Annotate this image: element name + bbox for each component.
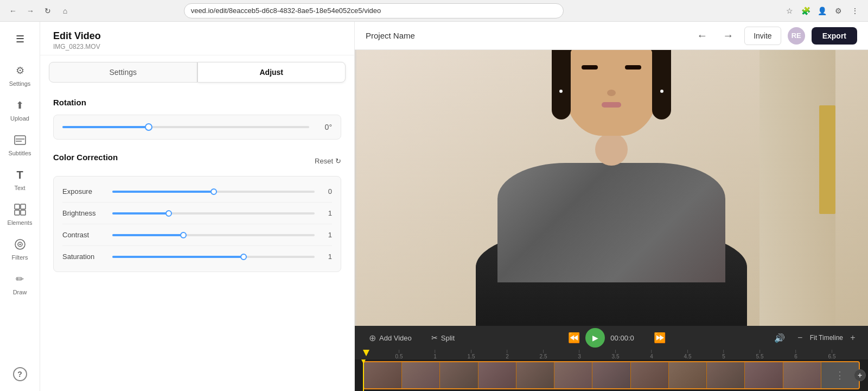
play-icon: ▶ [592, 333, 598, 342]
hamburger-menu-button[interactable]: ☰ [8, 27, 32, 51]
profile-icon[interactable]: 👤 [816, 4, 829, 17]
sidebar-item-text[interactable]: T Text [4, 163, 36, 195]
upload-icon: ⬆ [12, 98, 28, 113]
svg-rect-6 [21, 210, 25, 215]
home-button[interactable]: ⌂ [59, 4, 72, 17]
sidebar-item-upload[interactable]: ⬆ Upload [4, 93, 36, 126]
reset-label: Reset [315, 157, 333, 165]
exposure-label: Exposure [62, 187, 106, 195]
split-icon: ✂ [431, 333, 438, 342]
extensions-icon[interactable]: 🧩 [800, 4, 813, 17]
exposure-slider-track [112, 191, 315, 193]
ruler-mark: 1 [433, 350, 437, 360]
cc-label: Color Correction [53, 153, 118, 162]
ruler-mark: 2.5 [540, 350, 547, 360]
sidebar-item-subtitles[interactable]: Subtitles [4, 128, 36, 161]
sidebar-draw-label: Draw [13, 289, 27, 295]
video-thumb-2 [402, 362, 440, 388]
sidebar-elements-label: Elements [8, 219, 33, 226]
sidebar-subtitles-label: Subtitles [8, 150, 31, 156]
video-thumb-6 [554, 362, 592, 388]
volume-button[interactable]: 🔊 [774, 333, 785, 343]
playhead [363, 360, 364, 391]
undo-button[interactable]: ← [692, 26, 712, 46]
cc-row-exposure: Exposure 0 [62, 181, 332, 203]
svg-rect-3 [15, 204, 20, 209]
exposure-slider-thumb [210, 188, 217, 195]
sidebar-item-settings[interactable]: ⚙ Settings [4, 59, 36, 91]
rotation-slider-track [62, 126, 309, 128]
settings-browser-icon[interactable]: ⚙ [832, 4, 845, 17]
ruler-mark: 1.5 [468, 350, 475, 360]
ruler-mark: 5.5 [756, 350, 764, 360]
panel-header: Edit Video IMG_0823.MOV [40, 22, 354, 55]
rotation-slider-wrap: 0° [53, 115, 341, 140]
forward-button[interactable]: → [24, 4, 37, 17]
video-thumb-7 [592, 362, 630, 388]
fast-forward-button[interactable]: ⏩ [654, 332, 666, 344]
video-thumb-1 [364, 362, 402, 388]
refresh-button[interactable]: ↻ [41, 4, 54, 17]
add-track-button[interactable]: + [854, 369, 866, 381]
playback-controls: ⏪ ▶ 00:00:0 ⏩ [568, 328, 666, 348]
address-bar[interactable]: veed.io/edit/8eacceb5-d6c8-4832-8ae5-18e… [184, 3, 564, 18]
redo-button[interactable]: → [718, 26, 738, 46]
zoom-out-button[interactable]: − [794, 331, 807, 344]
svg-rect-4 [21, 204, 25, 209]
svg-rect-0 [15, 136, 25, 144]
sidebar-item-draw[interactable]: ✏ Draw [4, 267, 36, 300]
rotation-section: Rotation 0° [53, 98, 341, 140]
text-icon: T [12, 167, 28, 182]
tab-adjust[interactable]: Adjust [197, 62, 346, 83]
saturation-slider-thumb [240, 254, 247, 260]
video-strip: ⋮ + [355, 360, 868, 391]
add-video-button[interactable]: ⊕ Add Video [363, 330, 417, 346]
url-text: veed.io/edit/8eacceb5-d6c8-4832-8ae5-18e… [191, 7, 381, 15]
sidebar-upload-label: Upload [10, 115, 29, 122]
zoom-in-button[interactable]: + [846, 331, 859, 344]
video-strip-inner: ⋮ [363, 361, 860, 389]
sidebar-item-help[interactable]: ? [4, 363, 36, 386]
rewind-button[interactable]: ⏪ [568, 332, 580, 344]
volume-icon: 🔊 [774, 333, 785, 343]
ruler-mark: 5 [722, 350, 725, 360]
elements-icon [12, 202, 28, 217]
add-icon: ⊕ [369, 333, 376, 343]
split-button[interactable]: ✂ Split [426, 330, 460, 345]
cc-box: Exposure 0 Brightness [53, 176, 341, 272]
star-icon[interactable]: ☆ [783, 4, 796, 17]
timeline-ruler: 0.511.522.533.544.555.566.5 [355, 350, 868, 360]
invite-button[interactable]: Invite [744, 27, 781, 45]
ruler-mark: 6.5 [828, 350, 836, 360]
play-button[interactable]: ▶ [585, 328, 605, 348]
exposure-value: 0 [321, 187, 332, 195]
ruler-mark: 4.5 [684, 350, 692, 360]
left-panel: Edit Video IMG_0823.MOV Settings Adjust … [40, 22, 355, 391]
menu-browser-icon[interactable]: ⋮ [848, 4, 861, 17]
brightness-value: 1 [321, 209, 332, 217]
app-body: ☰ ⚙ Settings ⬆ Upload Subtitles T Text E… [0, 22, 868, 391]
sidebar-item-elements[interactable]: Elements [4, 198, 36, 230]
saturation-slider-track [112, 256, 315, 258]
contrast-slider-fill [112, 234, 183, 236]
rotation-slider-thumb [145, 123, 152, 131]
contrast-slider-thumb [180, 232, 187, 238]
fit-timeline-button[interactable]: Fit Timeline [810, 334, 843, 342]
zoom-controls: − Fit Timeline + [794, 331, 859, 344]
sidebar-filters-label: Filters [12, 254, 28, 261]
right-area: Project Name ← → Invite RE Export [355, 22, 868, 391]
contrast-value: 1 [321, 231, 332, 239]
export-button[interactable]: Export [812, 27, 857, 45]
sidebar-item-filters[interactable]: Filters [4, 232, 36, 265]
cc-row-contrast: Contrast 1 [62, 224, 332, 246]
reset-icon: ↻ [335, 157, 341, 165]
rotation-value: 0° [316, 123, 332, 131]
split-label: Split [441, 334, 455, 342]
ruler-mark: 2 [506, 350, 509, 360]
cc-row-saturation: Saturation 1 [62, 246, 332, 267]
ruler-mark: 0.5 [395, 350, 403, 360]
tab-settings[interactable]: Settings [49, 62, 197, 83]
back-button[interactable]: ← [7, 4, 20, 17]
reset-button[interactable]: Reset ↻ [315, 157, 341, 165]
ruler-mark: 6 [794, 350, 797, 360]
